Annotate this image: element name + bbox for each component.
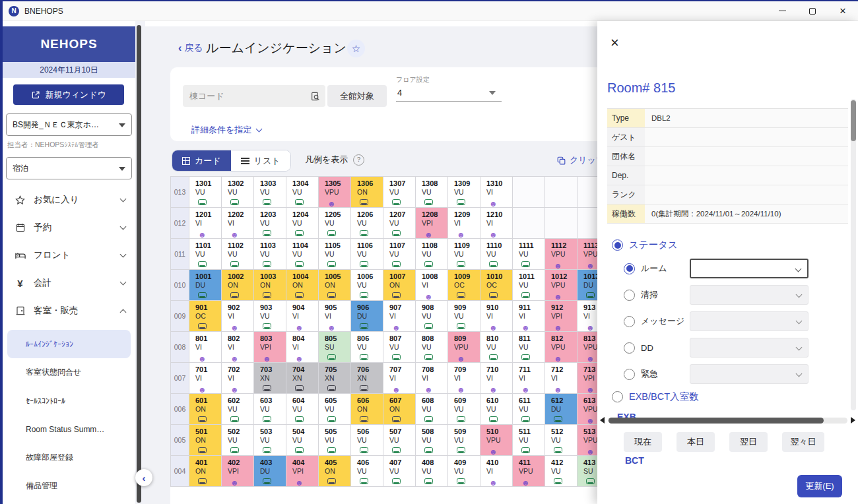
- sidebar-item-1[interactable]: 予約: [3, 214, 135, 241]
- room-cell-905[interactable]: 905VI: [319, 301, 351, 332]
- room-cell-1307[interactable]: 1307VU: [383, 177, 416, 208]
- room-cell-703[interactable]: 703XN: [254, 363, 286, 394]
- scrollbar-thumb[interactable]: [609, 418, 824, 424]
- room-cell-412[interactable]: 412VU: [545, 456, 578, 487]
- close-button[interactable]: ×: [828, 1, 858, 20]
- favorite-star-button[interactable]: ☆: [347, 40, 365, 57]
- room-cell-705[interactable]: 705XN: [319, 363, 351, 394]
- room-cell-1008[interactable]: 1008VI: [416, 270, 448, 301]
- room-cell-1010[interactable]: 1010OC: [480, 270, 513, 301]
- room-cell-708[interactable]: 708VI: [416, 363, 448, 394]
- scroll-right-arrow-icon[interactable]: [851, 417, 855, 424]
- hotel-select[interactable]: BS開発_ＮＥＣ東京ホ…: [6, 113, 132, 136]
- horizontal-scrollbar[interactable]: [599, 416, 857, 424]
- room-cell-1202[interactable]: 1202VI: [222, 208, 254, 239]
- new-window-button[interactable]: 新規ウィンドウ: [13, 84, 124, 105]
- room-cell-512[interactable]: 512VU: [545, 425, 578, 456]
- room-cell-1108[interactable]: 1108VU: [416, 239, 448, 270]
- room-cell-607[interactable]: 607ON: [383, 394, 416, 425]
- room-cell-805[interactable]: 805SU: [319, 332, 351, 363]
- radio-unchecked-icon[interactable]: [624, 369, 635, 380]
- day-button-3[interactable]: 翌々日: [782, 432, 824, 452]
- room-cell-1012[interactable]: 1012VPU: [545, 270, 578, 301]
- room-cell-1301[interactable]: 1301VU: [189, 177, 222, 208]
- room-cell-403[interactable]: 403DU: [254, 456, 286, 487]
- room-cell-1206[interactable]: 1206VU: [351, 208, 383, 239]
- room-cell-508[interactable]: 508VU: [416, 425, 448, 456]
- room-cell-510[interactable]: 510VPU: [480, 425, 513, 456]
- room-cell-1204[interactable]: 1204VU: [286, 208, 319, 239]
- room-cell-507[interactable]: 507VU: [383, 425, 416, 456]
- sidebar-subitem-1[interactable]: 客室状態問合せ: [7, 358, 131, 387]
- room-cell-911[interactable]: 911VI: [513, 301, 545, 332]
- status-option-dropdown[interactable]: [690, 259, 808, 278]
- room-cell-811[interactable]: 811VU: [513, 332, 545, 363]
- panel-vertical-scrollbar[interactable]: [851, 99, 856, 410]
- room-cell-903[interactable]: 903VU: [254, 301, 286, 332]
- legend-toggle[interactable]: 凡例を表示 ？: [305, 154, 364, 166]
- sidebar-item-4[interactable]: 客室・販売: [3, 297, 135, 325]
- room-cell-1309[interactable]: 1309VU: [448, 177, 480, 208]
- room-cell-1011[interactable]: 1011VU: [513, 270, 545, 301]
- advanced-conditions-link[interactable]: 詳細条件を指定: [191, 124, 261, 136]
- room-cell-706[interactable]: 706XN: [351, 363, 383, 394]
- day-button-2[interactable]: 翌日: [729, 432, 768, 452]
- room-cell-411[interactable]: 411VPU: [513, 456, 545, 487]
- building-search-icon[interactable]: [310, 91, 321, 102]
- tab-card[interactable]: カード: [172, 150, 231, 171]
- room-cell-806[interactable]: 806VU: [351, 332, 383, 363]
- room-cell-1111[interactable]: 1111VU: [513, 239, 545, 270]
- sidebar-subitem-5[interactable]: 備品管理: [7, 472, 131, 500]
- room-cell-1209[interactable]: 1209VI: [448, 208, 480, 239]
- room-cell-1004[interactable]: 1004ON: [286, 270, 319, 301]
- status-option-dropdown[interactable]: [690, 364, 808, 384]
- help-icon[interactable]: ？: [353, 154, 364, 166]
- room-cell-709[interactable]: 709VI: [448, 363, 480, 394]
- status-option-dropdown[interactable]: [690, 311, 808, 331]
- radio-unchecked-icon[interactable]: [624, 290, 635, 301]
- room-cell-702[interactable]: 702VI: [222, 363, 254, 394]
- room-cell-408[interactable]: 408VU: [416, 456, 448, 487]
- panel-close-button[interactable]: ×: [610, 36, 619, 50]
- room-cell-804[interactable]: 804VI: [286, 332, 319, 363]
- room-cell-605[interactable]: 605VU: [319, 394, 351, 425]
- update-button[interactable]: 更新(E): [797, 475, 842, 497]
- room-cell-1005[interactable]: 1005ON: [319, 270, 351, 301]
- room-cell-802[interactable]: 802VI: [222, 332, 254, 363]
- sidebar-subitem-2[interactable]: ｾｰﾙｽｺﾝﾄﾛｰﾙ: [7, 387, 131, 415]
- radio-unchecked-icon[interactable]: [624, 342, 635, 354]
- status-option-dropdown[interactable]: [690, 338, 808, 358]
- room-cell-407[interactable]: 407VU: [383, 456, 416, 487]
- room-cell-1106[interactable]: 1106VU: [351, 239, 383, 270]
- scrollbar-thumb[interactable]: [851, 100, 856, 141]
- room-cell-608[interactable]: 608VU: [416, 394, 448, 425]
- room-cell-603[interactable]: 603VU: [254, 394, 286, 425]
- sidebar-subitem-4[interactable]: 故障部屋登録: [7, 443, 131, 472]
- room-cell-908[interactable]: 908VU: [416, 301, 448, 332]
- room-cell-1110[interactable]: 1110VU: [480, 239, 513, 270]
- room-cell-1207[interactable]: 1207VU: [383, 208, 416, 239]
- room-cell-610[interactable]: 610VU: [480, 394, 513, 425]
- room-cell-1310[interactable]: 1310VI: [480, 177, 513, 208]
- room-cell-1105[interactable]: 1105VU: [319, 239, 351, 270]
- room-cell-701[interactable]: 701VI: [189, 363, 222, 394]
- status-option-dropdown[interactable]: [690, 285, 808, 305]
- room-cell-912[interactable]: 912VPI: [545, 301, 578, 332]
- all-buildings-button[interactable]: 全館対象: [327, 85, 387, 107]
- sidebar-collapse-button[interactable]: ‹: [135, 469, 152, 486]
- room-cell-404[interactable]: 404VPI: [286, 456, 319, 487]
- sidebar-item-3[interactable]: ¥会計: [3, 269, 135, 297]
- room-cell-807[interactable]: 807VU: [383, 332, 416, 363]
- room-cell-1302[interactable]: 1302VU: [222, 177, 254, 208]
- category-select[interactable]: 宿泊: [6, 157, 132, 179]
- room-cell-1305[interactable]: 1305VPU: [319, 177, 351, 208]
- room-cell-801[interactable]: 801VI: [189, 332, 222, 363]
- exb-section-radio[interactable]: EXB/BCT入室数: [612, 391, 699, 403]
- tab-list[interactable]: リスト: [231, 150, 290, 171]
- room-cell-810[interactable]: 810VU: [480, 332, 513, 363]
- room-cell-904[interactable]: 904VI: [286, 301, 319, 332]
- room-cell-602[interactable]: 602VU: [222, 394, 254, 425]
- room-cell-1107[interactable]: 1107VU: [383, 239, 416, 270]
- back-button[interactable]: ‹ 戻る: [178, 42, 203, 54]
- room-cell-907[interactable]: 907VI: [383, 301, 416, 332]
